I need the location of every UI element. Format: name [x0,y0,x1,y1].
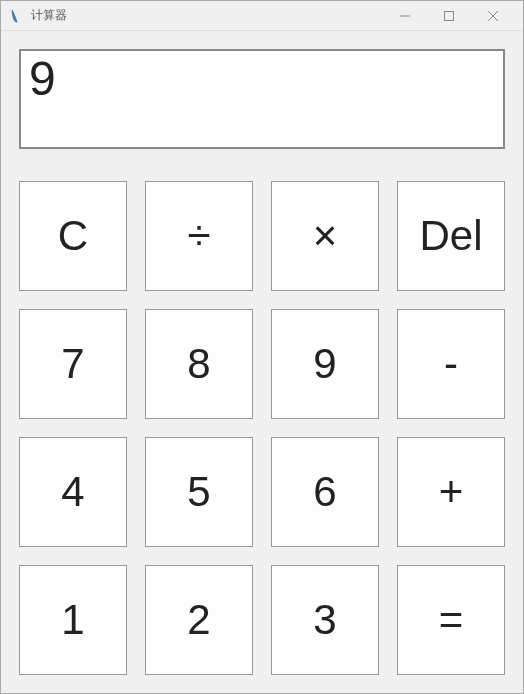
subtract-button[interactable]: - [397,309,505,419]
clear-button[interactable]: C [19,181,127,291]
digit-5-button[interactable]: 5 [145,437,253,547]
titlebar: 计算器 [1,1,523,31]
equals-button[interactable]: = [397,565,505,675]
close-button[interactable] [471,2,515,30]
digit-7-button[interactable]: 7 [19,309,127,419]
calculator-display[interactable]: 9 [19,49,505,149]
digit-8-button[interactable]: 8 [145,309,253,419]
digit-6-button[interactable]: 6 [271,437,379,547]
divide-button[interactable]: ÷ [145,181,253,291]
maximize-button[interactable] [427,2,471,30]
client-area: 9 C ÷ × Del 7 8 9 - 4 5 6 + 1 2 3 = [1,31,523,693]
digit-4-button[interactable]: 4 [19,437,127,547]
app-window: 计算器 9 C ÷ × Del 7 8 9 - 4 5 6 [0,0,524,694]
app-icon [9,8,25,24]
keypad: C ÷ × Del 7 8 9 - 4 5 6 + 1 2 3 = [19,181,505,675]
multiply-button[interactable]: × [271,181,379,291]
digit-9-button[interactable]: 9 [271,309,379,419]
minimize-button[interactable] [383,2,427,30]
add-button[interactable]: + [397,437,505,547]
svg-rect-1 [445,11,454,20]
digit-1-button[interactable]: 1 [19,565,127,675]
digit-3-button[interactable]: 3 [271,565,379,675]
delete-button[interactable]: Del [397,181,505,291]
digit-2-button[interactable]: 2 [145,565,253,675]
window-controls [383,2,515,30]
window-title: 计算器 [31,7,383,24]
